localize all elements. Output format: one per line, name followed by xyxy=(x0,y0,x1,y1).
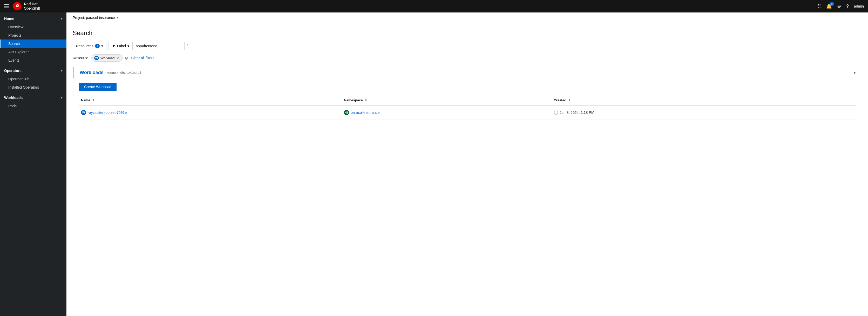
chevron-down-icon: ▾ xyxy=(61,96,62,99)
created-sort-icon[interactable]: ⇕ xyxy=(568,99,570,102)
sidebar-section-workloads[interactable]: Workloads ▾ xyxy=(0,91,66,102)
grid-icon[interactable]: ⠿ xyxy=(818,3,821,9)
brand-name-text: Red Hat OpenShift xyxy=(24,2,40,11)
sidebar-section-home[interactable]: Home ▾ xyxy=(0,12,66,23)
col-header-created: Created ⇕ xyxy=(552,95,787,106)
admin-label[interactable]: admin xyxy=(854,4,864,8)
filter-icon: ▼ xyxy=(112,44,116,48)
col-header-namespace: Namespace ⇕ xyxy=(342,95,552,106)
project-selector[interactable]: Project: parasol-insurance ▾ xyxy=(73,16,118,20)
row-actions-cell: ⋮ xyxy=(787,106,856,120)
sidebar-item-events[interactable]: Events xyxy=(0,56,66,64)
hamburger-menu[interactable] xyxy=(4,4,9,8)
row-namespace-cell: NS parasol-insurance xyxy=(342,106,552,120)
namespace-link[interactable]: NS parasol-insurance xyxy=(344,110,550,115)
remove-workload-tag-button[interactable]: ✕ xyxy=(117,56,120,60)
project-label: Project: parasol-insurance xyxy=(73,16,115,20)
add-icon[interactable]: ⊕ xyxy=(837,3,841,9)
project-bar: Project: parasol-insurance ▾ xyxy=(66,12,868,23)
notifications-icon[interactable]: 🔔 9 xyxy=(826,3,832,9)
sidebar-item-operatorhub[interactable]: OperatorHub xyxy=(0,75,66,83)
clear-filter-icon-button[interactable]: ⊗ xyxy=(125,56,128,61)
workload-filter-tag: W Workload ✕ xyxy=(91,54,123,62)
table-row: W raycluster-jobtest-7591e NS parasol-in… xyxy=(79,106,856,120)
workload-tag-label: Workload xyxy=(100,56,115,60)
col-header-actions xyxy=(787,95,856,106)
resource-filter-label: Resource xyxy=(73,56,88,60)
workloads-section-header[interactable]: Workloads kueue.x-k8s.io/v1beta1 ▾ xyxy=(73,67,862,79)
filter-bar: Resources 1 ▾ ▼ Label ▾ / xyxy=(73,42,862,50)
clear-all-filters-button[interactable]: Clear all filters xyxy=(131,56,154,60)
row-name-cell: W raycluster-jobtest-7591e xyxy=(79,106,342,120)
help-icon[interactable]: ? xyxy=(846,4,849,9)
sidebar-item-projects[interactable]: Projects xyxy=(0,31,66,39)
clock-icon: 🕐 xyxy=(554,110,558,115)
sidebar-item-overview[interactable]: Overview xyxy=(0,23,66,31)
top-navigation: Red Hat OpenShift ⠿ 🔔 9 ⊕ ? admin xyxy=(0,0,868,12)
main-content: Project: parasol-insurance ▾ Search Reso… xyxy=(66,12,868,316)
namespace-sort-icon[interactable]: ⇕ xyxy=(365,99,367,102)
workload-row-icon: W xyxy=(81,110,86,115)
workloads-collapse-icon: ▾ xyxy=(854,71,856,75)
page-title: Search xyxy=(73,29,862,37)
brand-logo: Red Hat OpenShift xyxy=(13,2,40,11)
sidebar: Home ▾ Overview Projects Search API Expl… xyxy=(0,12,66,316)
resources-label: Resources xyxy=(76,44,93,48)
workload-name: raycluster-jobtest-7591e xyxy=(88,110,127,115)
row-created-cell: 🕐 Jun 8, 2024, 1:18 PM xyxy=(552,106,787,120)
label-input[interactable] xyxy=(133,42,185,50)
label-filter-label: Label xyxy=(117,44,126,48)
workload-name-link[interactable]: W raycluster-jobtest-7591e xyxy=(81,110,340,115)
workloads-api-version: kueue.x-k8s.io/v1beta1 xyxy=(107,71,142,75)
chevron-down-icon: ▾ xyxy=(61,69,62,72)
sidebar-section-operators[interactable]: Operators ▾ xyxy=(0,64,66,75)
label-slash: / xyxy=(185,42,190,50)
created-timestamp: Jun 8, 2024, 1:18 PM xyxy=(560,110,594,115)
workloads-section-title: Workloads xyxy=(80,70,103,75)
workloads-section: Workloads kueue.x-k8s.io/v1beta1 ▾ Creat… xyxy=(73,67,862,120)
notifications-badge: 9 xyxy=(830,2,834,6)
row-kebab-button[interactable]: ⋮ xyxy=(845,109,854,116)
resources-filter-button[interactable]: Resources 1 ▾ xyxy=(73,42,106,50)
workloads-table: Name ⇕ Namespace ⇕ Created ⇕ xyxy=(79,95,856,120)
workload-tag-icon: W xyxy=(94,56,99,60)
namespace-name: parasol-insurance xyxy=(351,110,379,115)
sidebar-item-pods[interactable]: Pods xyxy=(0,102,66,110)
col-header-name: Name ⇕ xyxy=(79,95,342,106)
resources-chevron-icon: ▾ xyxy=(101,44,103,48)
label-filter-button[interactable]: ▼ Label ▾ xyxy=(108,42,133,50)
filter-tags: Resource W Workload ✕ ⊗ Clear all filter… xyxy=(73,54,862,62)
redhat-logo-icon xyxy=(13,2,21,10)
label-chevron-icon: ▾ xyxy=(127,44,129,48)
workloads-table-container: Name ⇕ Namespace ⇕ Created ⇕ xyxy=(73,95,862,120)
resources-count-badge: 1 xyxy=(95,44,100,48)
chevron-down-icon: ▾ xyxy=(61,18,62,20)
create-workload-button[interactable]: Create Workload xyxy=(79,83,117,91)
name-sort-icon[interactable]: ⇕ xyxy=(92,99,94,102)
sidebar-item-installed-operators[interactable]: Installed Operators xyxy=(0,83,66,91)
namespace-icon: NS xyxy=(344,110,349,115)
sidebar-item-search[interactable]: Search xyxy=(0,39,66,48)
sidebar-item-api-explorer[interactable]: API Explorer xyxy=(0,48,66,56)
project-chevron-icon: ▾ xyxy=(117,16,118,20)
